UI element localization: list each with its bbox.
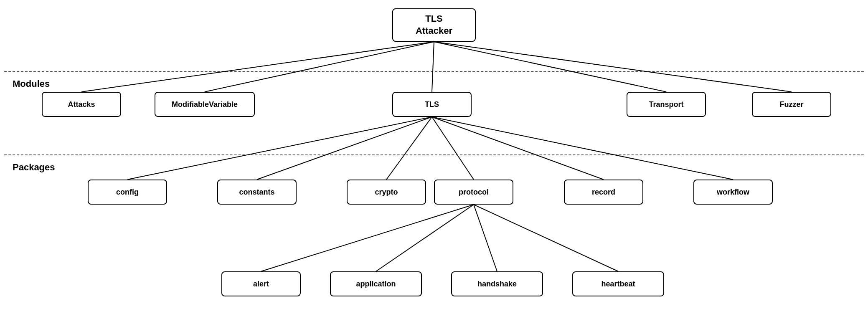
node-handshake: handshake bbox=[451, 271, 543, 296]
svg-line-8 bbox=[432, 117, 474, 180]
handshake-label: handshake bbox=[477, 280, 517, 288]
constants-label: constants bbox=[239, 188, 274, 197]
node-workflow: workflow bbox=[693, 180, 773, 205]
crypto-label: crypto bbox=[375, 188, 398, 197]
svg-line-3 bbox=[434, 42, 666, 92]
config-label: config bbox=[116, 188, 139, 197]
protocol-label: protocol bbox=[459, 188, 489, 197]
record-label: record bbox=[592, 188, 615, 197]
node-heartbeat: heartbeat bbox=[572, 271, 664, 296]
heartbeat-label: heartbeat bbox=[601, 280, 635, 288]
svg-line-6 bbox=[257, 117, 432, 180]
workflow-label: workflow bbox=[717, 188, 749, 197]
node-config: config bbox=[88, 180, 167, 205]
tls-attacker-label: TLS Attacker bbox=[416, 13, 452, 37]
svg-line-7 bbox=[386, 117, 432, 180]
modifiable-variable-label: ModifiableVariable bbox=[172, 100, 238, 109]
svg-line-4 bbox=[434, 42, 792, 92]
node-application: application bbox=[330, 271, 422, 296]
svg-line-11 bbox=[261, 205, 474, 271]
fuzzer-label: Fuzzer bbox=[779, 100, 803, 109]
divider-modules bbox=[4, 71, 864, 72]
node-alert: alert bbox=[221, 271, 301, 296]
svg-line-10 bbox=[432, 117, 733, 180]
svg-line-12 bbox=[376, 205, 474, 271]
node-modifiable-variable: ModifiableVariable bbox=[155, 92, 255, 117]
divider-packages bbox=[4, 154, 864, 155]
node-transport: Transport bbox=[627, 92, 706, 117]
section-packages-label: Packages bbox=[13, 162, 55, 173]
node-record: record bbox=[564, 180, 643, 205]
svg-line-5 bbox=[127, 117, 432, 180]
node-attacks: Attacks bbox=[42, 92, 121, 117]
node-fuzzer: Fuzzer bbox=[752, 92, 831, 117]
diagram-container: Modules Packages bbox=[0, 0, 868, 334]
svg-line-0 bbox=[81, 42, 434, 92]
diagram-lines bbox=[0, 0, 868, 334]
svg-line-13 bbox=[474, 205, 497, 271]
svg-line-2 bbox=[432, 42, 434, 92]
attacks-label: Attacks bbox=[68, 100, 95, 109]
transport-label: Transport bbox=[649, 100, 683, 109]
node-tls-attacker: TLS Attacker bbox=[392, 8, 476, 42]
node-tls: TLS bbox=[392, 92, 472, 117]
section-modules-label: Modules bbox=[13, 78, 50, 89]
svg-line-1 bbox=[205, 42, 434, 92]
node-constants: constants bbox=[217, 180, 297, 205]
svg-line-9 bbox=[432, 117, 604, 180]
node-crypto: crypto bbox=[347, 180, 426, 205]
application-label: application bbox=[356, 280, 396, 288]
node-protocol: protocol bbox=[434, 180, 513, 205]
svg-line-14 bbox=[474, 205, 618, 271]
tls-label: TLS bbox=[425, 100, 439, 109]
alert-label: alert bbox=[253, 280, 269, 288]
